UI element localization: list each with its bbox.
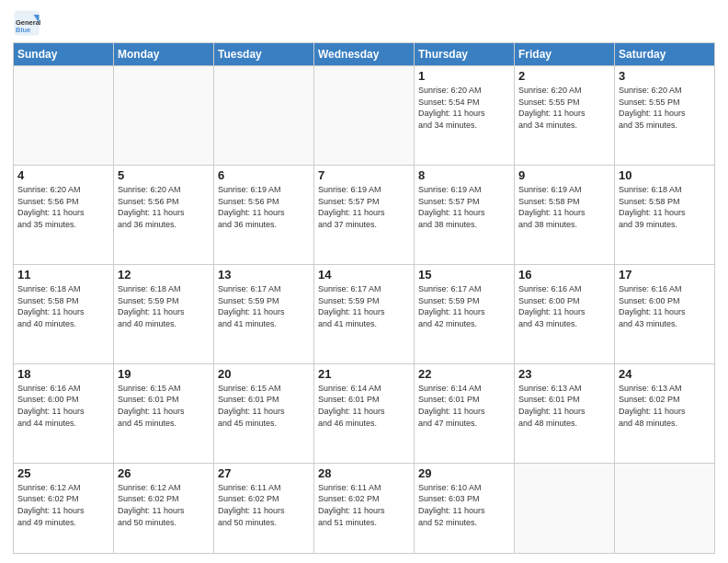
day-info: Sunrise: 6:18 AM Sunset: 5:58 PM Dayligh… (619, 184, 711, 230)
calendar-header-thursday: Thursday (415, 43, 515, 66)
day-number: 27 (218, 466, 310, 480)
day-number: 12 (118, 268, 210, 282)
day-number: 4 (17, 168, 109, 182)
day-number: 17 (619, 268, 711, 282)
calendar-cell: 1Sunrise: 6:20 AM Sunset: 5:54 PM Daylig… (415, 66, 515, 166)
page: General Blue SundayMondayTuesdayWednesda… (0, 0, 728, 563)
calendar-cell: 17Sunrise: 6:16 AM Sunset: 6:00 PM Dayli… (615, 264, 715, 363)
calendar-cell: 2Sunrise: 6:20 AM Sunset: 5:55 PM Daylig… (515, 66, 615, 166)
day-number: 24 (619, 367, 711, 381)
day-info: Sunrise: 6:17 AM Sunset: 5:59 PM Dayligh… (218, 283, 310, 329)
calendar-cell: 3Sunrise: 6:20 AM Sunset: 5:55 PM Daylig… (615, 66, 715, 166)
calendar-cell: 19Sunrise: 6:15 AM Sunset: 6:01 PM Dayli… (114, 363, 214, 463)
day-info: Sunrise: 6:18 AM Sunset: 5:59 PM Dayligh… (118, 283, 210, 329)
calendar-cell: 7Sunrise: 6:19 AM Sunset: 5:57 PM Daylig… (314, 165, 415, 264)
calendar-cell: 13Sunrise: 6:17 AM Sunset: 5:59 PM Dayli… (214, 264, 314, 363)
day-number: 8 (418, 168, 510, 182)
day-info: Sunrise: 6:19 AM Sunset: 5:56 PM Dayligh… (218, 184, 310, 230)
calendar-header-friday: Friday (515, 43, 615, 66)
calendar-cell (14, 66, 114, 166)
calendar-cell (314, 66, 415, 166)
day-number: 28 (318, 466, 410, 480)
day-number: 1 (418, 69, 510, 83)
day-number: 22 (418, 367, 510, 381)
day-number: 14 (318, 268, 410, 282)
calendar-header-row: SundayMondayTuesdayWednesdayThursdayFrid… (14, 43, 715, 66)
day-info: Sunrise: 6:14 AM Sunset: 6:01 PM Dayligh… (418, 383, 510, 429)
day-number: 9 (518, 168, 610, 182)
day-info: Sunrise: 6:12 AM Sunset: 6:02 PM Dayligh… (118, 482, 210, 528)
calendar-week-2: 4Sunrise: 6:20 AM Sunset: 5:56 PM Daylig… (14, 165, 715, 264)
general-blue-icon: General Blue (13, 9, 40, 37)
day-info: Sunrise: 6:17 AM Sunset: 5:59 PM Dayligh… (418, 283, 510, 329)
day-info: Sunrise: 6:15 AM Sunset: 6:01 PM Dayligh… (118, 383, 210, 429)
calendar-cell: 24Sunrise: 6:13 AM Sunset: 6:02 PM Dayli… (615, 363, 715, 463)
calendar-cell: 11Sunrise: 6:18 AM Sunset: 5:58 PM Dayli… (14, 264, 114, 363)
day-number: 2 (518, 69, 610, 83)
day-info: Sunrise: 6:18 AM Sunset: 5:58 PM Dayligh… (17, 283, 109, 329)
day-number: 19 (118, 367, 210, 381)
day-info: Sunrise: 6:10 AM Sunset: 6:03 PM Dayligh… (418, 482, 510, 528)
day-number: 20 (218, 367, 310, 381)
day-info: Sunrise: 6:13 AM Sunset: 6:01 PM Dayligh… (518, 383, 610, 429)
calendar-cell: 5Sunrise: 6:20 AM Sunset: 5:56 PM Daylig… (114, 165, 214, 264)
day-number: 16 (518, 268, 610, 282)
day-info: Sunrise: 6:20 AM Sunset: 5:54 PM Dayligh… (418, 85, 510, 131)
calendar-header-saturday: Saturday (615, 43, 715, 66)
day-info: Sunrise: 6:20 AM Sunset: 5:55 PM Dayligh… (619, 85, 711, 131)
day-info: Sunrise: 6:19 AM Sunset: 5:58 PM Dayligh… (518, 184, 610, 230)
calendar-cell: 27Sunrise: 6:11 AM Sunset: 6:02 PM Dayli… (214, 463, 314, 553)
day-info: Sunrise: 6:16 AM Sunset: 6:00 PM Dayligh… (619, 283, 711, 329)
logo: General Blue (13, 9, 44, 37)
day-number: 21 (318, 367, 410, 381)
calendar-cell: 20Sunrise: 6:15 AM Sunset: 6:01 PM Dayli… (214, 363, 314, 463)
day-info: Sunrise: 6:11 AM Sunset: 6:02 PM Dayligh… (318, 482, 410, 528)
day-number: 15 (418, 268, 510, 282)
day-number: 13 (218, 268, 310, 282)
calendar-cell: 4Sunrise: 6:20 AM Sunset: 5:56 PM Daylig… (14, 165, 114, 264)
calendar-cell: 16Sunrise: 6:16 AM Sunset: 6:00 PM Dayli… (515, 264, 615, 363)
day-info: Sunrise: 6:14 AM Sunset: 6:01 PM Dayligh… (318, 383, 410, 429)
day-number: 7 (318, 168, 410, 182)
calendar-cell: 29Sunrise: 6:10 AM Sunset: 6:03 PM Dayli… (415, 463, 515, 553)
calendar-header-monday: Monday (114, 43, 214, 66)
day-info: Sunrise: 6:17 AM Sunset: 5:59 PM Dayligh… (318, 283, 410, 329)
calendar-cell: 6Sunrise: 6:19 AM Sunset: 5:56 PM Daylig… (214, 165, 314, 264)
day-info: Sunrise: 6:19 AM Sunset: 5:57 PM Dayligh… (318, 184, 410, 230)
day-info: Sunrise: 6:16 AM Sunset: 6:00 PM Dayligh… (518, 283, 610, 329)
calendar-week-1: 1Sunrise: 6:20 AM Sunset: 5:54 PM Daylig… (14, 66, 715, 166)
calendar-cell: 10Sunrise: 6:18 AM Sunset: 5:58 PM Dayli… (615, 165, 715, 264)
day-info: Sunrise: 6:16 AM Sunset: 6:00 PM Dayligh… (17, 383, 109, 429)
day-info: Sunrise: 6:20 AM Sunset: 5:56 PM Dayligh… (17, 184, 109, 230)
day-number: 25 (17, 466, 109, 480)
calendar-cell: 12Sunrise: 6:18 AM Sunset: 5:59 PM Dayli… (114, 264, 214, 363)
calendar-header-sunday: Sunday (14, 43, 114, 66)
day-number: 5 (118, 168, 210, 182)
calendar-cell: 15Sunrise: 6:17 AM Sunset: 5:59 PM Dayli… (415, 264, 515, 363)
day-info: Sunrise: 6:19 AM Sunset: 5:57 PM Dayligh… (418, 184, 510, 230)
calendar-cell: 28Sunrise: 6:11 AM Sunset: 6:02 PM Dayli… (314, 463, 415, 553)
day-number: 6 (218, 168, 310, 182)
day-number: 3 (619, 69, 711, 83)
calendar-cell: 18Sunrise: 6:16 AM Sunset: 6:00 PM Dayli… (14, 363, 114, 463)
calendar-week-5: 25Sunrise: 6:12 AM Sunset: 6:02 PM Dayli… (14, 463, 715, 553)
day-number: 29 (418, 466, 510, 480)
calendar-week-4: 18Sunrise: 6:16 AM Sunset: 6:00 PM Dayli… (14, 363, 715, 463)
calendar: SundayMondayTuesdayWednesdayThursdayFrid… (13, 42, 715, 554)
day-number: 23 (518, 367, 610, 381)
calendar-header-wednesday: Wednesday (314, 43, 415, 66)
day-info: Sunrise: 6:13 AM Sunset: 6:02 PM Dayligh… (619, 383, 711, 429)
calendar-cell: 26Sunrise: 6:12 AM Sunset: 6:02 PM Dayli… (114, 463, 214, 553)
calendar-cell: 21Sunrise: 6:14 AM Sunset: 6:01 PM Dayli… (314, 363, 415, 463)
day-info: Sunrise: 6:20 AM Sunset: 5:56 PM Dayligh… (118, 184, 210, 230)
calendar-cell: 23Sunrise: 6:13 AM Sunset: 6:01 PM Dayli… (515, 363, 615, 463)
calendar-cell (515, 463, 615, 553)
calendar-week-3: 11Sunrise: 6:18 AM Sunset: 5:58 PM Dayli… (14, 264, 715, 363)
calendar-cell: 14Sunrise: 6:17 AM Sunset: 5:59 PM Dayli… (314, 264, 415, 363)
day-number: 10 (619, 168, 711, 182)
day-info: Sunrise: 6:20 AM Sunset: 5:55 PM Dayligh… (518, 85, 610, 131)
day-number: 11 (17, 268, 109, 282)
calendar-cell (114, 66, 214, 166)
header: General Blue (13, 9, 715, 37)
calendar-cell: 8Sunrise: 6:19 AM Sunset: 5:57 PM Daylig… (415, 165, 515, 264)
